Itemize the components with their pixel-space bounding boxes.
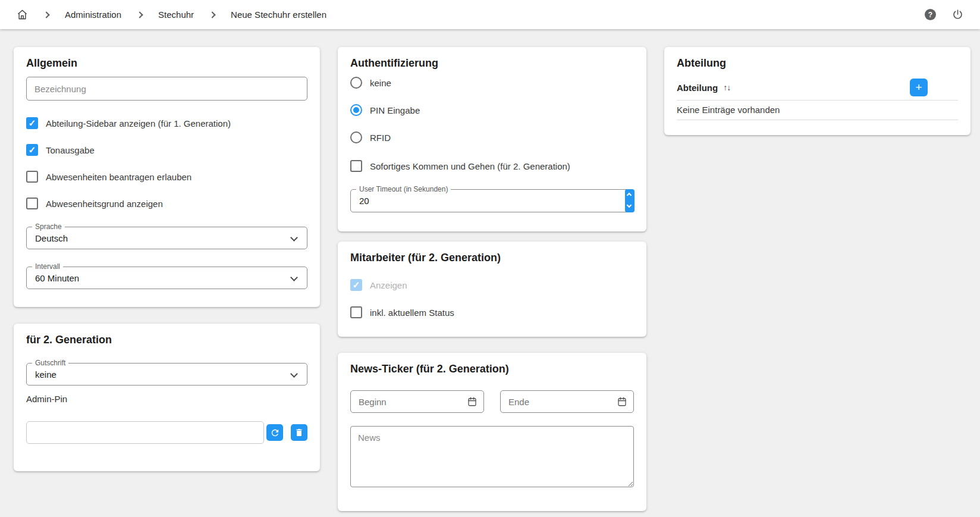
home-icon[interactable] [17,9,28,20]
column-right: Abteilung Abteilung ↑↓ + Keine Einträge … [664,47,970,135]
checkbox-checked-icon [26,144,38,156]
chevron-down-icon [290,274,298,281]
breadcrumb: Administration Stechuhr Neue Stechuhr er… [17,9,326,20]
card-authentifizierung: Authentifizierung keine PIN Eingabe RFID… [338,47,646,231]
card-title: Allgemein [26,57,307,69]
checkbox-abwesenheiten-beantragen[interactable]: Abwesenheiten beantragen erlauben [26,171,307,183]
ende-date-field [500,390,634,413]
spinner-up-button[interactable] [625,189,635,201]
card-title: Mitarbeiter (für 2. Generation) [350,252,634,264]
radio-selected-icon [350,104,362,116]
radio-keine[interactable]: keine [350,77,634,89]
topbar-actions: ? [925,9,963,20]
checkbox-label: inkl. aktuellem Status [370,308,454,318]
column-left: Allgemein Abteilung-Sidebar anzeigen (fü… [14,47,320,471]
add-abteilung-button[interactable]: + [910,79,928,96]
chevron-right-icon [209,11,215,18]
checkbox-tonausgabe[interactable]: Tonausgabe [26,144,307,156]
bezeichnung-input[interactable] [26,77,307,101]
checkbox-label: Abteilung-Sidebar anzeigen (für 1. Gener… [46,118,231,129]
beginn-date-input[interactable] [350,390,484,413]
field-value: keine [35,369,56,380]
delete-pin-button[interactable] [291,424,307,441]
field-label: User Timeout (in Sekunden) [356,185,451,193]
admin-pin-row [26,421,307,444]
card-mitarbeiter: Mitarbeiter (für 2. Generation) Anzeigen… [338,242,646,337]
card-title: Authentifizierung [350,57,634,69]
checkbox-checked-icon [26,117,38,129]
chevron-up-icon [627,193,632,198]
help-icon[interactable]: ? [925,9,936,20]
checkbox-label: Sofortiges Kommen und Gehen (für 2. Gene… [370,161,570,171]
gutschrift-select[interactable]: Gutschrift keine [26,363,307,386]
checkbox-label: Abwesenheiten beantragen erlauben [46,172,191,182]
checkbox-label: Anzeigen [370,280,407,290]
table-empty-row: Keine Einträge vorhanden [677,101,958,120]
card-abteilung: Abteilung Abteilung ↑↓ + Keine Einträge … [664,47,970,135]
news-textarea[interactable] [350,426,634,487]
intervall-select[interactable]: Intervall 60 Minuten [26,267,307,289]
column-header-label: Abteilung [677,83,718,93]
field-label: Gutschrift [32,359,68,367]
radio-rfid[interactable]: RFID [350,131,634,143]
user-timeout-input[interactable] [359,196,431,206]
card-title: News-Ticker (für 2. Generation) [350,363,634,375]
radio-icon [350,131,362,143]
admin-pin-label: Admin-Pin [26,394,307,404]
checkbox-abteilung-sidebar[interactable]: Abteilung-Sidebar anzeigen (für 1. Gener… [26,117,307,129]
abteilung-table-header: Abteilung ↑↓ + [677,79,958,96]
field-label: Sprache [32,223,65,231]
field-label: Intervall [32,262,63,271]
date-row [350,390,634,413]
radio-icon [350,77,362,89]
checkbox-sofortiges-kommen-gehen[interactable]: Sofortiges Kommen und Gehen (für 2. Gene… [350,160,634,172]
regenerate-pin-button[interactable] [266,424,283,441]
number-spinner [625,189,635,212]
abteilung-column-header[interactable]: Abteilung ↑↓ [677,83,730,93]
field-value: 60 Minuten [35,273,79,283]
radio-pin-eingabe[interactable]: PIN Eingabe [350,104,634,116]
checkbox-label: Tonausgabe [46,145,95,155]
breadcrumb-stechuhr[interactable]: Stechuhr [158,10,194,20]
checkbox-unchecked-icon [26,198,38,209]
chevron-right-icon [136,11,143,18]
admin-pin-input[interactable] [26,421,264,444]
page: Administration Stechuhr Neue Stechuhr er… [0,0,980,517]
user-timeout-field: User Timeout (in Sekunden) [350,189,634,212]
breadcrumb-neue-stechuhr-erstellen: Neue Stechuhr erstellen [231,10,326,20]
chevron-right-icon [43,11,49,18]
main-content: Allgemein Abteilung-Sidebar anzeigen (fü… [0,29,980,511]
card-title: Abteilung [677,57,958,69]
chevron-down-icon [290,370,298,378]
chevron-down-icon [290,234,298,242]
checkbox-label: Abwesenheitsgrund anzeigen [46,199,163,209]
topbar: Administration Stechuhr Neue Stechuhr er… [0,0,980,29]
checkbox-checked-disabled-icon [350,279,362,291]
sort-icon[interactable]: ↑↓ [723,83,730,92]
breadcrumb-administration[interactable]: Administration [65,10,121,20]
trash-icon [294,428,304,437]
spinner-down-button[interactable] [625,201,635,213]
checkbox-inkl-aktuellem-status[interactable]: inkl. aktuellem Status [350,306,634,318]
chevron-down-icon [627,202,632,207]
card-generation2: für 2. Generation Gutschrift keine Admin… [14,324,320,471]
field-value: Deutsch [35,233,68,243]
radio-label: keine [370,78,391,88]
column-middle: Authentifizierung keine PIN Eingabe RFID… [338,47,646,511]
checkbox-unchecked-icon [350,160,362,172]
checkbox-unchecked-icon [350,306,362,318]
card-allgemein: Allgemein Abteilung-Sidebar anzeigen (fü… [14,47,320,307]
radio-label: RFID [370,133,391,143]
card-title: für 2. Generation [26,334,307,346]
refresh-icon [270,428,280,438]
checkbox-unchecked-icon [26,171,38,183]
checkbox-abwesenheitsgrund[interactable]: Abwesenheitsgrund anzeigen [26,198,307,209]
checkbox-anzeigen-disabled: Anzeigen [350,279,634,291]
ende-date-input[interactable] [500,390,634,413]
beginn-date-field [350,390,484,413]
power-icon[interactable] [952,9,963,20]
sprache-select[interactable]: Sprache Deutsch [26,227,307,249]
radio-label: PIN Eingabe [370,105,420,115]
card-newsticker: News-Ticker (für 2. Generation) [338,353,646,511]
